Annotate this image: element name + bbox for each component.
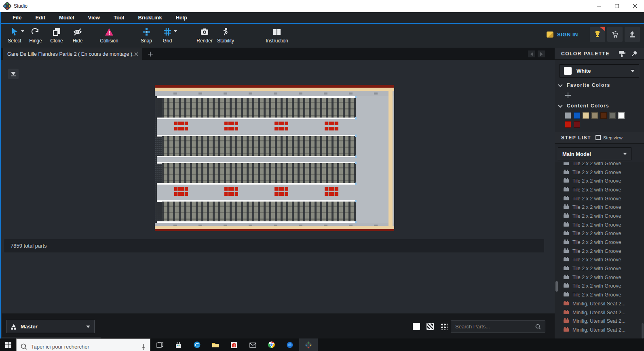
start-button[interactable] [0, 338, 16, 351]
color-swatch[interactable] [618, 112, 625, 119]
brick-icon [564, 319, 569, 323]
instruction-tool-button[interactable]: Instruction [263, 24, 291, 46]
search-parts-box[interactable] [451, 320, 545, 333]
menu-item[interactable]: Tool [107, 12, 131, 23]
chevron-down-icon [623, 153, 627, 155]
color-swatch[interactable] [583, 112, 589, 119]
color-palette-header: COLOR PALETTE [555, 48, 644, 60]
render-tool-button[interactable]: Render [194, 24, 215, 46]
cart-button[interactable] [607, 27, 623, 42]
favorite-colors-toggle[interactable]: Favorite Colors [559, 82, 640, 88]
color-swatch[interactable] [609, 112, 616, 119]
color-swatch[interactable] [565, 112, 571, 119]
menu-item[interactable]: Help [169, 12, 194, 23]
step-list-item[interactable]: Tile 2 x 2 with Groove [555, 247, 644, 256]
active-color-dropdown[interactable]: White [560, 64, 639, 78]
maximize-button[interactable] [608, 0, 626, 12]
selection-handle [355, 162, 357, 164]
step-list-item[interactable]: Minifig, Utensil Seat 2... [555, 326, 644, 334]
eyedropper-icon[interactable] [631, 50, 638, 57]
stability-tool-button[interactable]: Stability [215, 24, 236, 46]
step-list-item[interactable]: Tile 2 x 2 with Groove [555, 203, 644, 212]
close-button[interactable] [626, 0, 644, 12]
step-list-item[interactable]: Tile 2 x 2 with Groove [555, 221, 644, 229]
model-selector-dropdown[interactable]: Master [6, 320, 95, 333]
step-list-item[interactable]: Tile 2 x 2 with Groove [555, 256, 644, 265]
rewards-trophy-button[interactable] [590, 27, 605, 42]
3d-viewport[interactable]: 7859 total parts Master Shapes BL Catego… [1, 60, 555, 338]
minimize-button[interactable] [589, 0, 608, 12]
step-list-item[interactable]: Tile 2 x 2 with Groove [555, 212, 644, 221]
step-list-item[interactable]: Minifig, Utensil Seat 2... [555, 317, 644, 326]
menu-item[interactable]: Model [52, 12, 81, 23]
taskbar-search-input[interactable] [31, 344, 141, 350]
content-colors-toggle[interactable]: Content Colors [559, 103, 641, 109]
grid-view-button[interactable] [440, 323, 448, 330]
gift-app-button[interactable] [225, 338, 243, 351]
snap-tool-button[interactable]: Snap [136, 24, 157, 46]
chrome-browser-button[interactable] [262, 338, 281, 351]
menu-item[interactable]: Edit [28, 12, 52, 23]
tab-close-icon[interactable] [134, 52, 138, 56]
upload-button[interactable] [625, 27, 640, 42]
menu-item[interactable]: BrickLink [131, 12, 169, 23]
step-list-item[interactable]: Tile 2 x 2 with Groove [555, 162, 644, 168]
search-icon[interactable] [535, 324, 541, 330]
edge-browser-button[interactable] [188, 338, 206, 351]
tab-scroll-left-button[interactable] [528, 50, 535, 57]
studio-taskbar-button[interactable] [299, 338, 318, 351]
task-view-button[interactable] [150, 338, 169, 351]
new-tab-button[interactable] [146, 50, 154, 57]
collision-tool-button[interactable]: Collision [99, 24, 120, 46]
model-render[interactable] [155, 85, 394, 231]
step-list-item[interactable]: Minifig, Utensil Seat 2... [555, 308, 644, 317]
color-swatch[interactable] [574, 112, 580, 119]
step-list-scrollbar[interactable] [555, 281, 558, 292]
color-swatch[interactable] [591, 112, 598, 119]
step-list-item[interactable]: Tile 2 x 2 with Groove [555, 168, 644, 177]
step-list-item[interactable]: Tile 2 x 2 with Groove [555, 238, 644, 247]
clone-tool-button[interactable]: Clone [46, 24, 67, 46]
grid-tool-button[interactable]: Grid [157, 24, 178, 46]
step-list-item[interactable]: Tile 2 x 2 with Groove [555, 194, 644, 203]
mail-app-button[interactable] [243, 338, 262, 351]
color-swatch[interactable] [565, 121, 571, 128]
step-item-label: Tile 2 x 2 with Groove [572, 292, 621, 298]
taskbar-search-box[interactable] [16, 338, 150, 351]
menu-item[interactable]: View [81, 12, 107, 23]
step-list-item[interactable]: Tile 2 x 2 with Groove [555, 273, 644, 282]
step-list-item[interactable]: Minifig, Utensil Seat 2... [555, 299, 644, 308]
snap-to-ground-tool-icon[interactable] [8, 69, 19, 79]
menu-item[interactable]: File [6, 12, 28, 23]
add-favorite-color-button[interactable] [565, 92, 571, 98]
brick-icon [564, 302, 569, 305]
step-list-item[interactable]: Tile 2 x 2 with Groove [555, 185, 644, 194]
search-parts-input[interactable] [455, 324, 535, 330]
step-item-label: Tile 2 x 2 with Groove [572, 187, 621, 193]
cursor-icon [11, 27, 19, 37]
lego-app-button[interactable] [281, 338, 299, 351]
color-swatch[interactable] [574, 121, 580, 128]
step-list-item[interactable]: Tile 2 x 2 with Groove [555, 282, 644, 291]
tab-scroll-right-button[interactable] [538, 50, 545, 57]
color-swatch[interactable] [600, 112, 607, 119]
hinge-tool-button[interactable]: Hinge [25, 24, 46, 46]
color-filter-button[interactable] [413, 323, 420, 330]
step-list-scrollbar-right[interactable] [642, 323, 644, 338]
favorite-colors-section: Favorite Colors [559, 82, 640, 98]
step-list-item[interactable]: Tile 2 x 2 with Groove [555, 264, 644, 273]
paint-roller-icon[interactable] [619, 50, 625, 57]
select-tool-button[interactable]: Select [4, 24, 25, 46]
step-view-checkbox[interactable] [595, 135, 601, 140]
hide-tool-button[interactable]: Hide [67, 24, 88, 46]
step-list-item[interactable]: Tile 2 x 2 with Groove [555, 177, 644, 185]
file-explorer-button[interactable] [206, 338, 225, 351]
sign-in-button[interactable]: SIGN IN [557, 32, 578, 38]
step-list-item[interactable]: Tile 2 x 2 with Groove [555, 229, 644, 238]
brick-icon [564, 223, 569, 227]
step-list-item[interactable]: Tile 2 x 2 with Groove [555, 290, 644, 299]
step-model-dropdown[interactable]: Main Model [558, 147, 631, 160]
microsoft-store-button[interactable] [169, 338, 188, 351]
decorated-filter-button[interactable] [427, 323, 434, 330]
document-tab[interactable]: Gare De Lille Flandres Partie 2 ( En cou… [3, 48, 142, 60]
